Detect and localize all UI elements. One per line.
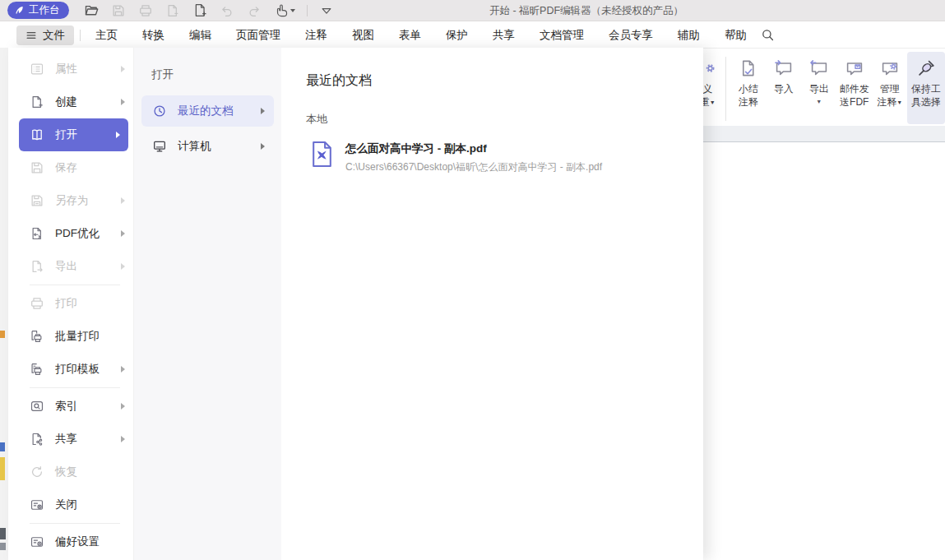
- submenu-arrow-icon: [261, 143, 265, 150]
- tab-accessibility[interactable]: 辅助: [665, 28, 712, 43]
- sidebar-item-export[interactable]: 导出: [8, 250, 133, 283]
- sidebar-item-label: 创建: [55, 95, 77, 109]
- tab-file[interactable]: 文件: [16, 25, 74, 45]
- new-document-icon[interactable]: [192, 2, 208, 18]
- tab-view[interactable]: 视图: [340, 28, 387, 43]
- manage-comments-button[interactable]: 管理 注释▼: [872, 52, 907, 109]
- sidebar-item-print[interactable]: 打印: [8, 287, 133, 320]
- background-page-fragment: [0, 331, 5, 338]
- background-page-fragment: [0, 528, 6, 539]
- quick-access-toolbar: [84, 2, 335, 18]
- button-label: 保持工: [911, 82, 941, 95]
- recent-documents-title: 最近的文档: [281, 48, 703, 90]
- open-submenu-panel: 打开 最近的文档 计算机: [134, 48, 281, 560]
- tab-form[interactable]: 表单: [387, 28, 433, 43]
- sidebar-item-batch-print[interactable]: 批量打印: [8, 320, 133, 353]
- sidebar-item-save-as[interactable]: 另存为: [8, 184, 133, 217]
- tab-comment[interactable]: 注释: [293, 28, 340, 43]
- save-icon: [30, 160, 44, 175]
- sidebar-item-pdf-optimize[interactable]: PDF优化: [8, 217, 133, 250]
- recent-documents-panel: 最近的文档 本地 怎么面对高中学习 - 副本.pdf C:\Users\6636…: [281, 48, 703, 560]
- tab-protect[interactable]: 保护: [433, 28, 480, 43]
- sidebar-item-restore[interactable]: 恢复: [8, 456, 133, 488]
- hand-tool-button[interactable]: [274, 3, 295, 18]
- sidebar-item-label: 导出: [55, 259, 77, 274]
- copy-page-icon[interactable]: [165, 2, 181, 18]
- menu-separator: [80, 30, 81, 41]
- workbench-button[interactable]: 工作台: [7, 2, 69, 19]
- dropdown-caret-icon: ▼: [816, 95, 822, 109]
- index-icon: [30, 399, 44, 414]
- tab-member-exclusive[interactable]: 会员专享: [596, 28, 665, 43]
- hamburger-icon: [25, 30, 37, 41]
- summary-comments-button[interactable]: 小结 注释: [730, 52, 766, 109]
- open-item-recent-documents[interactable]: 最近的文档: [141, 95, 274, 127]
- import-comments-button[interactable]: 导入: [766, 52, 801, 95]
- hand-tool-dropdown-caret-icon[interactable]: [290, 9, 295, 12]
- tab-page-management[interactable]: 页面管理: [224, 28, 293, 43]
- sidebar-item-index[interactable]: 索引: [8, 390, 133, 423]
- sidebar-item-close[interactable]: 关闭: [8, 488, 133, 521]
- export-comments-icon: [809, 58, 829, 78]
- sidebar-item-label: PDF优化: [55, 226, 100, 241]
- open-item-computer[interactable]: 计算机: [141, 131, 274, 162]
- tab-document-management[interactable]: 文档管理: [527, 28, 596, 43]
- tab-edit[interactable]: 编辑: [177, 28, 224, 43]
- clock-icon: [152, 104, 167, 118]
- print-icon[interactable]: [138, 2, 154, 18]
- ribbon-bottom-strip: [703, 126, 945, 142]
- tab-convert[interactable]: 转换: [130, 28, 177, 43]
- customize-toolbar-icon[interactable]: [319, 2, 335, 18]
- sidebar-item-print-template[interactable]: 打印模板: [8, 353, 133, 386]
- foxit-pdf-file-icon: [311, 141, 333, 168]
- email-fdf-button[interactable]: 邮件发 送FDF: [836, 52, 872, 109]
- button-label: 注释: [877, 96, 896, 108]
- batch-print-icon: [30, 329, 44, 344]
- print-template-icon: [30, 362, 44, 377]
- open-icon: [30, 127, 44, 142]
- summary-comments-icon: [739, 58, 758, 78]
- file-menu-overlay: 属性 创建 打开 保存 另存为 PDF优化 导出: [8, 48, 703, 560]
- button-label: 邮件发: [840, 82, 869, 95]
- submenu-arrow-icon: [121, 263, 125, 270]
- tab-home[interactable]: 主页: [83, 28, 130, 43]
- recent-file-item[interactable]: 怎么面对高中学习 - 副本.pdf C:\Users\66367\Desktop…: [311, 141, 602, 174]
- open-folder-icon[interactable]: [84, 2, 100, 18]
- background-page-fragment: [0, 442, 5, 451]
- button-label: 小结: [739, 82, 758, 95]
- create-icon: [30, 95, 44, 109]
- tab-help[interactable]: 帮助: [712, 28, 759, 43]
- tab-share[interactable]: 共享: [480, 28, 527, 43]
- quill-icon: [14, 5, 25, 16]
- sidebar-item-preferences[interactable]: 偏好设置: [8, 525, 133, 558]
- undo-icon[interactable]: [220, 2, 235, 18]
- sidebar-item-properties[interactable]: 属性: [8, 53, 133, 86]
- button-label: 管理: [880, 82, 900, 95]
- menu-divider: [30, 523, 120, 524]
- save-icon[interactable]: [111, 2, 127, 18]
- button-label: 送FDF: [840, 95, 869, 109]
- close-icon: [30, 498, 44, 512]
- sidebar-item-create[interactable]: 创建: [8, 86, 133, 118]
- export-comments-button[interactable]: 导出 ▼: [801, 52, 836, 109]
- file-name: 怎么面对高中学习 - 副本.pdf: [345, 141, 602, 156]
- toolbar-separator: [307, 5, 308, 16]
- ribbon-partial-label-line1: 义: [702, 82, 712, 95]
- button-label: 具选择: [911, 95, 941, 109]
- sidebar-item-save[interactable]: 保存: [8, 151, 133, 184]
- sidebar-item-label: 另存为: [55, 193, 89, 208]
- open-panel-header: 打开: [134, 48, 281, 95]
- restore-icon: [30, 465, 44, 479]
- sidebar-item-label: 打开: [55, 127, 77, 142]
- computer-icon: [152, 139, 167, 154]
- sidebar-item-share[interactable]: 共享: [8, 423, 133, 456]
- file-menu-sidebar: 属性 创建 打开 保存 另存为 PDF优化 导出: [8, 48, 134, 560]
- submenu-arrow-icon: [121, 366, 125, 373]
- search-icon[interactable]: [761, 28, 775, 42]
- submenu-arrow-icon: [121, 230, 125, 237]
- sidebar-item-label: 关闭: [55, 498, 77, 512]
- sidebar-item-open[interactable]: 打开: [19, 118, 128, 151]
- keep-tool-selected-button[interactable]: 保持工 具选择: [907, 52, 945, 124]
- redo-icon[interactable]: [247, 2, 262, 18]
- share-icon: [30, 432, 44, 447]
